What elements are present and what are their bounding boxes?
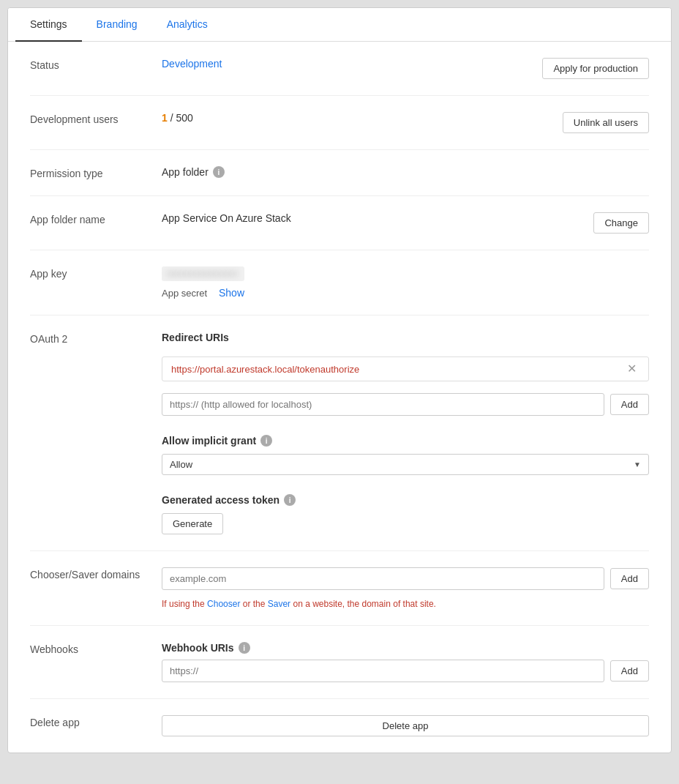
- dev-users-total: / 500: [170, 112, 193, 124]
- permission-type-row: Permission type App folder i: [30, 150, 649, 196]
- access-token-title-text: Generated access token: [162, 494, 280, 506]
- status-row: Status Development Apply for production: [30, 42, 649, 96]
- permission-type-info-icon[interactable]: i: [213, 166, 225, 178]
- webhooks-content: Webhook URIs i Add: [162, 642, 649, 682]
- dev-users-row: Development users 1 / 500 Unlink all use…: [30, 96, 649, 150]
- app-folder-name-main: App Service On Azure Stack Change: [162, 212, 649, 234]
- webhook-input-row: Add: [162, 660, 649, 682]
- delete-app-button[interactable]: Delete app: [162, 715, 649, 736]
- status-value: Development: [162, 58, 222, 70]
- webhook-uri-input[interactable]: [162, 660, 604, 682]
- oauth2-label: OAuth 2: [30, 332, 162, 345]
- webhook-uris-title: Webhook URIs i: [162, 642, 649, 654]
- dev-users-main: 1 / 500 Unlink all users: [162, 112, 649, 133]
- permission-type-value: App folder: [162, 166, 209, 178]
- implicit-grant-select[interactable]: Allow ▼: [162, 454, 649, 475]
- oauth2-row: OAuth 2 Redirect URIs https://portal.azu…: [30, 316, 649, 551]
- app-key-row: App key •••••••••••••• App secret Show: [30, 250, 649, 316]
- chooser-saver-input-row: Add: [162, 567, 649, 590]
- show-secret-link[interactable]: Show: [219, 287, 244, 299]
- permission-type-value-row: App folder i: [162, 166, 649, 178]
- chooser-hint: If using the Chooser or the Saver on a w…: [162, 599, 649, 609]
- app-folder-name-label: App folder name: [30, 212, 162, 225]
- app-folder-name-actions: Change: [593, 212, 649, 234]
- implicit-grant-value: Allow: [170, 459, 192, 470]
- tab-analytics[interactable]: Analytics: [152, 8, 222, 42]
- dev-users-current: 1: [162, 112, 168, 124]
- chooser-hint-suffix: on a website, the domain of that site.: [290, 599, 436, 609]
- redirect-uri-item: https://portal.azurestack.local/tokenaut…: [162, 356, 649, 381]
- change-folder-name-button[interactable]: Change: [593, 212, 649, 234]
- access-token-actions: Generate: [162, 513, 649, 534]
- app-folder-name-value: App Service On Azure Stack: [162, 212, 291, 224]
- redirect-uri-value: https://portal.azurestack.local/tokenaut…: [171, 364, 359, 375]
- access-token-section: Generated access token i Generate: [162, 494, 649, 534]
- chooser-saver-label: Chooser/Saver domains: [30, 567, 162, 580]
- chooser-saver-add-button[interactable]: Add: [610, 568, 649, 589]
- app-secret-label: App secret: [162, 288, 213, 299]
- chooser-saver-content: Add If using the Chooser or the Saver on…: [162, 567, 649, 609]
- delete-app-content: Delete app: [162, 715, 649, 736]
- webhook-add-button[interactable]: Add: [610, 660, 649, 682]
- status-actions: Apply for production: [542, 58, 649, 79]
- app-secret-row: App secret Show: [162, 287, 649, 299]
- app-key-value: ••••••••••••••: [162, 266, 244, 281]
- chooser-hint-prefix: If using the: [162, 599, 207, 609]
- app-key-label: App key: [30, 266, 162, 280]
- settings-page: Settings Branding Analytics Status Devel…: [7, 7, 672, 753]
- oauth2-content: Redirect URIs https://portal.azurestack.…: [162, 332, 649, 534]
- app-key-content: •••••••••••••• App secret Show: [162, 266, 649, 299]
- main-content: Status Development Apply for production …: [8, 42, 671, 753]
- webhooks-label: Webhooks: [30, 642, 162, 655]
- delete-app-label: Delete app: [30, 715, 162, 728]
- dev-users-actions: Unlink all users: [563, 112, 649, 133]
- implicit-grant-select-wrapper: Allow ▼: [162, 454, 649, 475]
- webhook-uris-info-icon[interactable]: i: [239, 642, 250, 654]
- implicit-grant-section: Allow implicit grant i Allow ▼: [162, 435, 649, 475]
- permission-type-content: App folder i: [162, 166, 649, 178]
- webhook-uris-title-text: Webhook URIs: [162, 642, 234, 654]
- tab-bar: Settings Branding Analytics: [8, 8, 671, 42]
- app-key-value-row: ••••••••••••••: [162, 266, 649, 281]
- dev-users-label: Development users: [30, 112, 162, 125]
- saver-link[interactable]: Saver: [268, 599, 290, 609]
- chooser-link[interactable]: Chooser: [207, 599, 240, 609]
- dev-users-count: 1 / 500: [162, 112, 193, 124]
- apply-production-button[interactable]: Apply for production: [542, 58, 649, 79]
- chooser-saver-input[interactable]: [162, 567, 604, 590]
- redirect-uri-add-button[interactable]: Add: [610, 394, 649, 415]
- redirect-uri-add-row: Add: [162, 393, 649, 416]
- permission-type-label: Permission type: [30, 166, 162, 179]
- implicit-grant-title: Allow implicit grant i: [162, 435, 649, 447]
- tab-settings[interactable]: Settings: [15, 8, 82, 42]
- app-folder-name-row: App folder name App Service On Azure Sta…: [30, 196, 649, 250]
- access-token-info-icon[interactable]: i: [284, 494, 296, 506]
- implicit-grant-info-icon[interactable]: i: [260, 435, 272, 447]
- chevron-down-icon: ▼: [634, 460, 641, 468]
- chooser-hint-middle: or the: [240, 599, 267, 609]
- webhook-section: Webhook URIs i Add: [162, 642, 649, 682]
- status-main: Development Apply for production: [162, 58, 649, 79]
- generate-token-button[interactable]: Generate: [162, 513, 223, 534]
- redirect-uris-title: Redirect URIs: [162, 332, 649, 343]
- unlink-all-users-button[interactable]: Unlink all users: [563, 112, 649, 133]
- status-label: Status: [30, 58, 162, 71]
- implicit-grant-title-text: Allow implicit grant: [162, 435, 256, 447]
- delete-app-row: Delete app Delete app: [30, 699, 649, 753]
- access-token-title: Generated access token i: [162, 494, 649, 506]
- chooser-saver-row: Chooser/Saver domains Add If using the C…: [30, 551, 649, 626]
- redirect-uri-input[interactable]: [162, 393, 604, 416]
- webhooks-row: Webhooks Webhook URIs i Add: [30, 626, 649, 699]
- remove-redirect-uri-button[interactable]: ✕: [624, 363, 639, 375]
- tab-branding[interactable]: Branding: [82, 8, 152, 42]
